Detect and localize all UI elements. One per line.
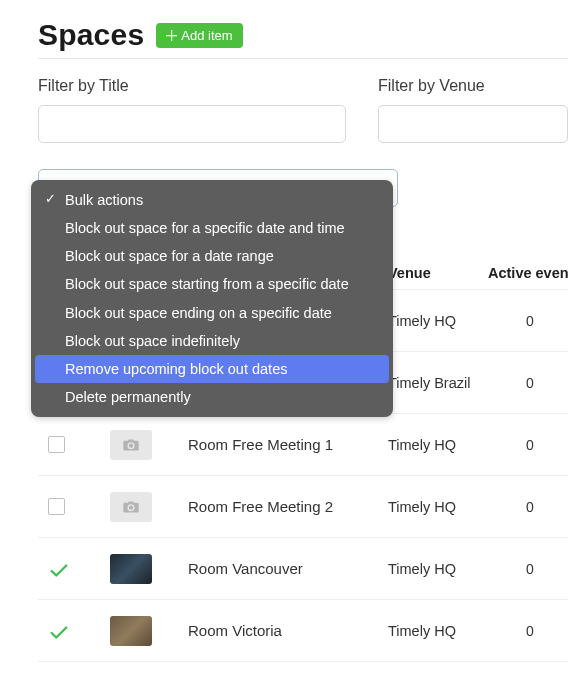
row-events-count: 0: [488, 313, 568, 329]
row-venue: Timely HQ: [388, 561, 488, 577]
check-icon: [48, 622, 70, 644]
row-venue: Timely HQ: [388, 437, 488, 453]
filter-title-input[interactable]: [38, 105, 346, 143]
row-thumbnail: [110, 616, 152, 646]
row-checkbox[interactable]: [38, 560, 74, 577]
page-title: Spaces: [38, 18, 144, 52]
row-title[interactable]: Room Victoria: [170, 622, 388, 639]
row-events-count: 0: [488, 499, 568, 515]
bulk-option[interactable]: Block out space ending on a specific dat…: [35, 299, 389, 327]
row-thumbnail: [110, 492, 152, 522]
bulk-actions-dropdown[interactable]: Bulk actionsBlock out space for a specif…: [31, 180, 393, 417]
filter-venue-col: Filter by Venue: [378, 77, 568, 143]
bulk-option[interactable]: Block out space for a date range: [35, 242, 389, 270]
divider: [38, 58, 568, 59]
bulk-option[interactable]: Delete permanently: [35, 383, 389, 411]
filter-title-col: Filter by Title: [38, 77, 346, 143]
filter-venue-input[interactable]: [378, 105, 568, 143]
check-icon: [48, 560, 70, 582]
add-item-button[interactable]: Add item: [156, 23, 242, 48]
row-checkbox[interactable]: [38, 622, 74, 639]
plus-icon: [166, 30, 177, 41]
camera-icon: [122, 438, 140, 452]
table-row: Room Free Meeting 2Timely HQ0: [38, 476, 568, 538]
row-checkbox[interactable]: [38, 498, 74, 515]
row-venue: Timely HQ: [388, 623, 488, 639]
row-venue: Timely HQ: [388, 313, 488, 329]
row-title[interactable]: Room Vancouver: [170, 560, 388, 577]
camera-icon: [122, 500, 140, 514]
row-venue: Timely Brazil: [388, 375, 488, 391]
bulk-option[interactable]: Remove upcoming block out dates: [35, 355, 389, 383]
add-item-label: Add item: [181, 28, 232, 43]
table-row: Room VictoriaTimely HQ0: [38, 600, 568, 662]
row-checkbox[interactable]: [38, 436, 74, 453]
row-events-count: 0: [488, 561, 568, 577]
row-events-count: 0: [488, 437, 568, 453]
filter-venue-label: Filter by Venue: [378, 77, 568, 95]
row-title[interactable]: Room Free Meeting 1: [170, 436, 388, 453]
header: Spaces Add item: [38, 18, 568, 52]
bulk-option[interactable]: Block out space for a specific date and …: [35, 214, 389, 242]
filter-title-label: Filter by Title: [38, 77, 346, 95]
bulk-option[interactable]: Bulk actions: [35, 186, 389, 214]
row-thumbnail: [110, 430, 152, 460]
row-venue: Timely HQ: [388, 499, 488, 515]
table-row: Room VancouverTimely HQ0: [38, 538, 568, 600]
table-row: Room Free Meeting 1Timely HQ0: [38, 414, 568, 476]
row-events-count: 0: [488, 623, 568, 639]
col-events[interactable]: Active events: [488, 265, 568, 281]
col-venue[interactable]: Venue: [388, 265, 488, 281]
bulk-option[interactable]: Block out space starting from a specific…: [35, 270, 389, 298]
filters: Filter by Title Filter by Venue: [38, 77, 568, 143]
bulk-option[interactable]: Block out space indefinitely: [35, 327, 389, 355]
row-title[interactable]: Room Free Meeting 2: [170, 498, 388, 515]
row-events-count: 0: [488, 375, 568, 391]
row-thumbnail: [110, 554, 152, 584]
